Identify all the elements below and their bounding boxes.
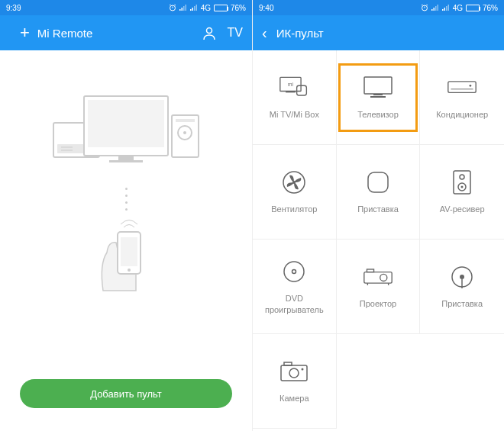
svg-rect-37 xyxy=(444,8,445,11)
svg-point-57 xyxy=(284,262,304,281)
svg-rect-18 xyxy=(88,100,164,147)
ac-icon xyxy=(447,74,477,101)
svg-rect-44 xyxy=(364,77,392,94)
svg-rect-5 xyxy=(181,8,183,11)
category-label: Приставка xyxy=(441,298,483,309)
svg-line-30 xyxy=(422,5,423,5)
projector-icon xyxy=(363,263,393,291)
svg-rect-24 xyxy=(176,119,195,122)
svg-rect-42 xyxy=(286,92,296,93)
page-title: ИК-пульт xyxy=(276,27,495,40)
av-icon xyxy=(447,169,477,196)
profile-icon[interactable] xyxy=(202,25,217,40)
category-projector[interactable]: Проектор xyxy=(337,240,421,334)
svg-rect-20 xyxy=(109,160,143,162)
hand-phone-illustration xyxy=(92,218,160,294)
screen-categories: 9:40 4G 76% ‹ ИК-пульт miMi TV/Mi BoxТел… xyxy=(252,0,504,431)
svg-rect-46 xyxy=(370,96,386,98)
signal-icon xyxy=(442,4,450,11)
svg-rect-35 xyxy=(437,5,438,11)
svg-rect-32 xyxy=(431,9,433,11)
status-indicators: 4G 76% xyxy=(169,4,246,12)
category-label: Кондиционер xyxy=(436,109,488,120)
svg-rect-36 xyxy=(442,9,444,11)
app-title: Mi Remote xyxy=(37,27,191,40)
category-ac[interactable]: Кондиционер xyxy=(420,50,504,145)
status-indicators: 4G 76% xyxy=(421,4,498,12)
status-time: 9:39 xyxy=(6,4,21,12)
camera-icon xyxy=(279,358,309,385)
battery-pct: 76% xyxy=(483,4,498,12)
svg-line-3 xyxy=(174,5,176,5)
app-bar: ‹ ИК-пульт xyxy=(253,15,504,50)
category-dvd[interactable]: DVD проигрыватель xyxy=(253,240,337,334)
connection-dots xyxy=(125,188,128,211)
empty-state xyxy=(0,50,252,355)
svg-rect-34 xyxy=(435,6,437,11)
category-tv[interactable]: Телевизор xyxy=(337,50,421,145)
category-label: Вентилятор xyxy=(271,204,317,214)
back-icon[interactable]: ‹ xyxy=(262,24,267,42)
category-label: Телевизор xyxy=(357,109,399,120)
svg-rect-61 xyxy=(367,269,373,272)
stb-icon xyxy=(363,169,393,196)
svg-rect-4 xyxy=(179,9,181,11)
svg-rect-67 xyxy=(281,365,307,381)
svg-point-54 xyxy=(460,175,464,179)
screen-home: 9:39 4G 76% + Mi Remote TV xyxy=(0,0,252,431)
svg-rect-8 xyxy=(190,9,192,11)
network-label: 4G xyxy=(453,4,463,12)
category-fan[interactable]: Вентилятор xyxy=(253,145,337,240)
tv-tab-icon[interactable]: TV xyxy=(228,26,243,40)
svg-point-49 xyxy=(470,85,472,87)
add-icon[interactable]: + xyxy=(20,23,30,43)
svg-point-70 xyxy=(302,368,304,371)
svg-point-27 xyxy=(128,269,131,272)
svg-rect-38 xyxy=(446,6,447,11)
category-av[interactable]: AV-ресивер xyxy=(420,145,504,240)
svg-point-58 xyxy=(292,270,296,274)
category-label: Камера xyxy=(279,393,309,404)
svg-rect-19 xyxy=(118,156,134,160)
category-label: Проектор xyxy=(360,298,396,309)
category-mitv[interactable]: miMi TV/Mi Box xyxy=(253,50,337,145)
svg-rect-43 xyxy=(297,86,307,96)
svg-rect-39 xyxy=(447,5,449,11)
svg-line-31 xyxy=(426,5,428,5)
status-time: 9:40 xyxy=(259,4,273,12)
add-remote-button[interactable]: Добавить пульт xyxy=(20,379,232,408)
mitv-icon: mi xyxy=(279,74,309,101)
status-bar: 9:40 4G 76% xyxy=(253,0,504,15)
signal-icon xyxy=(190,4,198,11)
svg-point-23 xyxy=(183,131,186,134)
category-label: DVD проигрыватель xyxy=(256,293,333,315)
category-satellite[interactable]: Приставка xyxy=(420,240,504,334)
svg-point-65 xyxy=(460,275,464,279)
svg-point-12 xyxy=(206,28,212,34)
svg-rect-7 xyxy=(185,5,186,11)
svg-rect-6 xyxy=(183,6,185,11)
category-stb[interactable]: Приставка xyxy=(337,145,421,240)
satellite-icon xyxy=(447,263,477,291)
svg-rect-52 xyxy=(368,172,388,192)
category-label: Приставка xyxy=(357,204,399,214)
signal-icon xyxy=(431,4,439,11)
svg-point-60 xyxy=(380,275,387,281)
add-remote-label: Добавить пульт xyxy=(90,388,162,400)
alarm-icon xyxy=(421,4,428,11)
tv-icon xyxy=(363,74,393,101)
category-label: Mi TV/Mi Box xyxy=(270,109,319,120)
svg-rect-45 xyxy=(373,94,383,95)
category-grid: miMi TV/Mi BoxТелевизорКондиционерВентил… xyxy=(253,50,504,429)
battery-pct: 76% xyxy=(231,4,246,12)
network-label: 4G xyxy=(201,4,211,12)
svg-point-56 xyxy=(461,186,464,188)
category-camera[interactable]: Камера xyxy=(253,334,337,429)
category-label: AV-ресивер xyxy=(440,204,485,214)
svg-rect-33 xyxy=(433,8,435,11)
svg-rect-47 xyxy=(448,82,476,93)
svg-rect-9 xyxy=(192,8,193,11)
devices-illustration xyxy=(50,88,202,172)
svg-rect-59 xyxy=(364,272,392,284)
status-bar: 9:39 4G 76% xyxy=(0,0,252,15)
